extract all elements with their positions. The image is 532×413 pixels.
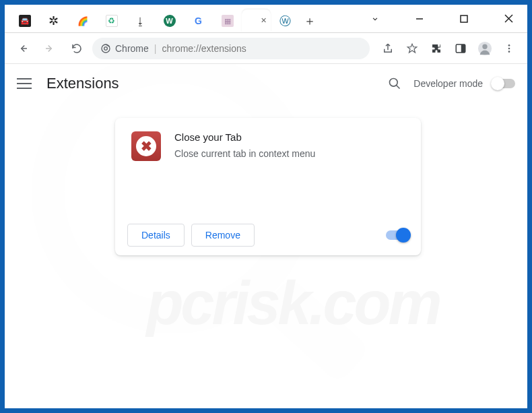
- tab-active-extensions[interactable]: ✕: [242, 9, 271, 32]
- toggle-knob: [396, 228, 411, 243]
- extension-icon: ✖: [131, 131, 161, 161]
- extension-name: Close your Tab: [174, 131, 315, 143]
- rainbow-icon: 🌈: [77, 15, 89, 27]
- svg-line-17: [397, 86, 400, 89]
- tab-overflow-button[interactable]: [360, 9, 390, 29]
- maximize-icon: [460, 15, 468, 23]
- close-tab-icon[interactable]: ✕: [261, 16, 267, 25]
- address-bar: Chrome | chrome://extensions: [5, 33, 527, 64]
- tab-2[interactable]: 🌈: [68, 9, 97, 32]
- bookmark-button[interactable]: [401, 37, 424, 60]
- reload-button[interactable]: [65, 37, 88, 60]
- omnibox[interactable]: Chrome | chrome://extensions: [92, 38, 370, 59]
- menu-toggle-button[interactable]: [17, 78, 32, 89]
- recycle-icon: ♻: [106, 15, 118, 27]
- tab-5[interactable]: W: [155, 9, 184, 32]
- header-right: Developer mode: [385, 74, 515, 93]
- window-controls: [360, 5, 527, 32]
- titlebar: 🚘 ✲ 🌈 ♻ ⭳ W G ▦ ✕ ⓦ ＋: [5, 5, 527, 33]
- panel-icon: [455, 42, 467, 55]
- extension-card-actions: Details Remove: [115, 215, 421, 255]
- profile-icon: [477, 41, 492, 56]
- search-extensions-button[interactable]: [385, 74, 404, 93]
- svg-point-13: [508, 44, 510, 46]
- tab-7[interactable]: ▦: [213, 9, 242, 32]
- maximize-button[interactable]: [449, 9, 479, 29]
- menu-dots-icon: [504, 43, 514, 54]
- omnibox-divider: |: [154, 43, 157, 54]
- toggle-knob: [491, 77, 504, 90]
- watermark-text: pcrisk.com: [146, 269, 439, 338]
- minimize-button[interactable]: [405, 9, 434, 29]
- arrow-left-icon: [17, 42, 29, 55]
- menu-button[interactable]: [498, 37, 521, 60]
- svg-point-12: [482, 44, 487, 49]
- svg-rect-1: [461, 15, 467, 22]
- new-tab-button[interactable]: ＋: [300, 9, 320, 32]
- car-icon: 🚘: [19, 15, 31, 27]
- download-icon: ⭳: [135, 15, 147, 27]
- extensions-header: Extensions Developer mode: [5, 64, 527, 103]
- w-icon: W: [164, 15, 176, 27]
- tab-3[interactable]: ♻: [97, 9, 126, 32]
- details-button[interactable]: Details: [127, 224, 185, 247]
- svg-point-15: [508, 51, 510, 53]
- extension-card-body: ✖ Close your Tab Close current tab in co…: [115, 118, 421, 215]
- tab-strip: 🚘 ✲ 🌈 ♻ ⭳ W G ▦ ✕ ⓦ ＋: [5, 5, 320, 32]
- url-text: chrome://extensions: [162, 43, 246, 54]
- google-icon: G: [193, 15, 205, 27]
- tab-9[interactable]: ⓦ: [271, 9, 300, 32]
- extensions-button[interactable]: [425, 37, 448, 60]
- profile-button[interactable]: [473, 37, 496, 60]
- extension-description: Close current tab in context menu: [174, 148, 315, 159]
- page-title: Extensions: [46, 75, 119, 92]
- extension-card: ✖ Close your Tab Close current tab in co…: [115, 118, 421, 255]
- extension-info: Close your Tab Close current tab in cont…: [174, 131, 315, 215]
- x-circle-icon: ✖: [136, 136, 156, 156]
- arrow-right-icon: [44, 42, 56, 55]
- tab-6[interactable]: G: [184, 9, 213, 32]
- chevron-down-icon: [370, 14, 380, 24]
- close-window-button[interactable]: [494, 9, 523, 29]
- reload-icon: [71, 42, 83, 55]
- extension-enable-toggle[interactable]: [386, 230, 409, 240]
- developer-mode-label: Developer mode: [413, 78, 483, 89]
- back-button[interactable]: [11, 37, 34, 60]
- site-chip-label: Chrome: [115, 43, 149, 54]
- search-icon: [388, 77, 401, 90]
- page-content: pcrisk.com Extensions Developer mode ✖: [5, 64, 527, 408]
- share-button[interactable]: [376, 37, 399, 60]
- star-icon: [406, 42, 418, 55]
- toolbar-right: [374, 37, 521, 60]
- film-icon: ✲: [48, 15, 60, 27]
- svg-point-14: [508, 47, 510, 49]
- tab-4[interactable]: ⭳: [126, 9, 155, 32]
- puzzle-icon: [430, 42, 442, 55]
- minimize-icon: [415, 15, 424, 23]
- developer-mode-toggle[interactable]: [492, 79, 515, 88]
- sidepanel-button[interactable]: [449, 37, 472, 60]
- remove-button[interactable]: Remove: [191, 224, 255, 247]
- robot-icon: ▦: [222, 15, 234, 27]
- tab-0[interactable]: 🚘: [10, 9, 39, 32]
- forward-button[interactable]: [38, 37, 61, 60]
- svg-point-7: [104, 46, 108, 50]
- wordpress-icon: ⓦ: [279, 15, 292, 27]
- share-icon: [382, 42, 394, 55]
- tab-1[interactable]: ✲: [39, 9, 68, 32]
- svg-point-16: [390, 79, 398, 87]
- chrome-icon: [100, 43, 111, 54]
- close-icon: [504, 14, 513, 23]
- browser-window: 🚘 ✲ 🌈 ♻ ⭳ W G ▦ ✕ ⓦ ＋: [4, 4, 528, 409]
- site-chip: Chrome: [100, 43, 149, 54]
- svg-rect-10: [461, 44, 465, 53]
